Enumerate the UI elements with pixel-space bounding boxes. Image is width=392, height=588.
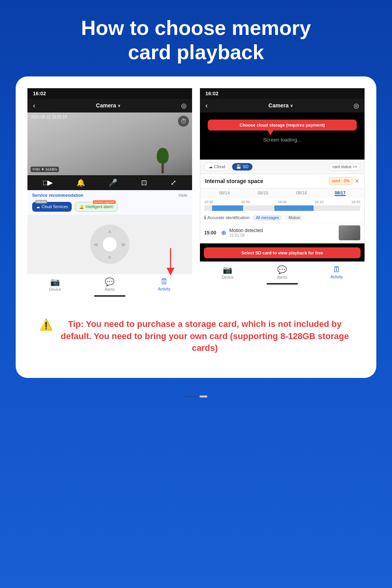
main-card: 16:02 ‹ Camera ∨ ◎ 2024-08-12 16:02:15 ⏱: [16, 76, 376, 378]
right-device-icon: 📷: [223, 265, 232, 274]
screens-row: 16:02 ‹ Camera ∨ ◎ 2024-08-12 16:02:15 ⏱: [27, 88, 365, 299]
dot-2[interactable]: [200, 396, 207, 397]
tip-text: Tip: You need to purchase a storage card…: [57, 318, 353, 354]
inactive-badge: Inactive: [35, 200, 47, 203]
playback-icon[interactable]: ⏱: [178, 116, 189, 127]
timeline-bar[interactable]: [204, 205, 360, 211]
accurate-label: ℹ Accurate identification: [204, 215, 250, 220]
cloud-tooltip-arrow: [267, 130, 274, 135]
timeline-area: 15:40 15:50 16:00 16:10 16:20: [200, 198, 364, 213]
alerts-icon: 💬: [105, 277, 114, 287]
cloud-tab[interactable]: ☁ Cloud: [204, 163, 230, 171]
service-buttons: Inactive ☁ Cloud Services function upgra…: [27, 200, 192, 215]
activity-icon: 🗓: [160, 277, 168, 286]
event-info: Motion detected 15:51:58: [229, 228, 336, 238]
tip-section: ⚠️ Tip: You need to purchase a storage c…: [27, 310, 365, 362]
event-sub: 15:51:58: [229, 233, 336, 238]
right-status-bar: 16:02: [200, 88, 365, 99]
crop-btn[interactable]: ⊡: [141, 178, 147, 187]
right-nav-alerts[interactable]: 💬 Alerts: [277, 265, 287, 279]
cloud-services-button[interactable]: Inactive ☁ Cloud Services: [32, 202, 72, 212]
dpad-right-arrow[interactable]: ▶: [122, 241, 126, 247]
timeline-segment-1: [212, 205, 243, 211]
right-nav-activity[interactable]: 🗓 Activity: [330, 265, 343, 279]
storage-tabs: ☁ Cloud 💾 SD card status >>: [200, 160, 364, 174]
date-strip: 08/14 08/15 08/16 08/17: [200, 189, 364, 198]
storage-panel: ☁ Cloud 💾 SD card status >>: [200, 160, 365, 243]
event-thumbnail[interactable]: [339, 225, 360, 240]
intelligent-alarm-button[interactable]: function upgrade 🔔 Intelligent alarm: [75, 202, 118, 212]
nav-activity[interactable]: 🗓 Activity: [158, 277, 171, 292]
sd-tab-icon: 💾: [236, 164, 241, 169]
right-settings-icon[interactable]: ◎: [354, 102, 359, 109]
back-icon[interactable]: ‹: [33, 102, 35, 110]
motion-chip[interactable]: Motion: [285, 215, 303, 221]
service-rec-text: Service recommendation: [32, 193, 83, 198]
right-bottom-nav: 📷 Device 💬 Alerts 🗓 Activity: [200, 261, 365, 281]
used-badge: used：0%: [329, 177, 352, 185]
alerts-label: Alerts: [105, 287, 115, 292]
camera-controls: □▶ 🔔 🎤 ⊡ ⤢: [27, 175, 192, 190]
right-activity-icon: 🗓: [333, 265, 341, 274]
card-status-button[interactable]: card status >>: [329, 163, 360, 171]
right-alerts-icon: 💬: [277, 265, 287, 274]
right-home-bar: [267, 283, 298, 285]
sd-tab[interactable]: 💾 SD: [232, 163, 252, 171]
page-dots: [185, 390, 207, 405]
settings-icon[interactable]: ◎: [181, 102, 187, 109]
page-title: How to choose memory card playback: [58, 0, 335, 76]
right-device-label: Device: [221, 275, 234, 279]
right-home-indicator: [200, 281, 365, 287]
right-phone-wrapper: 16:02 ‹ Camera ∨ ◎ Screen loading...: [200, 88, 365, 299]
hide-button[interactable]: Hide: [178, 193, 187, 198]
date-08-17[interactable]: 08/17: [335, 191, 346, 196]
speaker-btn[interactable]: 🔔: [76, 178, 85, 187]
event-time: 15:00: [204, 230, 218, 236]
dpad-center[interactable]: [103, 237, 117, 251]
warning-icon: ⚠️: [39, 318, 53, 331]
dpad-up-arrow[interactable]: ▲: [107, 228, 113, 234]
home-bar: [94, 295, 125, 297]
left-nav-bar: ‹ Camera ∨ ◎: [27, 99, 192, 113]
date-08-15[interactable]: 08/15: [258, 191, 269, 196]
all-messages-chip[interactable]: All messages: [253, 215, 282, 221]
right-nav-device[interactable]: 📷 Device: [221, 265, 234, 279]
chevron-down-icon: ∨: [118, 103, 120, 108]
nav-device[interactable]: 📷 Device: [49, 277, 61, 292]
left-time: 16:02: [33, 91, 46, 96]
video-btn[interactable]: □▶: [43, 178, 53, 187]
tree-decoration: [157, 148, 169, 171]
right-phone: 16:02 ‹ Camera ∨ ◎ Screen loading...: [200, 88, 365, 287]
fullscreen-btn[interactable]: ⤢: [171, 178, 176, 187]
storage-title: Internal storage space: [205, 178, 263, 184]
info-icon: ℹ: [204, 215, 206, 220]
date-08-14[interactable]: 08/14: [219, 191, 230, 196]
alarm-icon: 🔔: [79, 205, 84, 209]
right-activity-label: Activity: [330, 275, 343, 279]
dpad-down-arrow[interactable]: ▼: [107, 254, 113, 261]
cloud-storage-tooltip: Choose cloud storage (requires payment): [208, 120, 357, 131]
left-home-indicator: [27, 293, 192, 299]
close-button[interactable]: ✕: [355, 178, 359, 184]
date-08-16[interactable]: 08/16: [296, 191, 307, 196]
dpad-left-arrow[interactable]: ◀: [93, 241, 98, 247]
left-phone: 16:02 ‹ Camera ∨ ◎ 2024-08-12 16:02:15 ⏱: [27, 88, 192, 299]
device-icon: 📷: [50, 277, 60, 287]
nav-alerts[interactable]: 💬 Alerts: [105, 277, 115, 292]
right-time: 16:02: [205, 91, 218, 96]
fhd-badge: FHD ▼ 61KB/s: [31, 167, 59, 172]
right-chevron-down-icon: ∨: [290, 103, 293, 108]
service-bar: Service recommendation Hide: [27, 190, 192, 200]
timeline-segment-2: [274, 205, 314, 211]
storage-header: Internal storage space used：0% ✕: [200, 174, 364, 189]
right-alerts-label: Alerts: [277, 275, 287, 279]
left-status-bar: 16:02: [27, 88, 192, 99]
camera-timestamp: 2024-08-12 16:02:15: [31, 115, 67, 119]
mic-btn[interactable]: 🎤: [109, 178, 117, 187]
dpad: ▲ ▼ ◀ ▶: [90, 225, 129, 264]
dot-1[interactable]: [185, 396, 196, 397]
svg-marker-1: [167, 268, 174, 276]
camera-feed: 2024-08-12 16:02:15 ⏱ FHD ▼ 61KB/s: [27, 113, 192, 175]
function-upgrade-badge: function upgrade: [93, 200, 116, 204]
right-back-icon[interactable]: ‹: [205, 102, 208, 110]
